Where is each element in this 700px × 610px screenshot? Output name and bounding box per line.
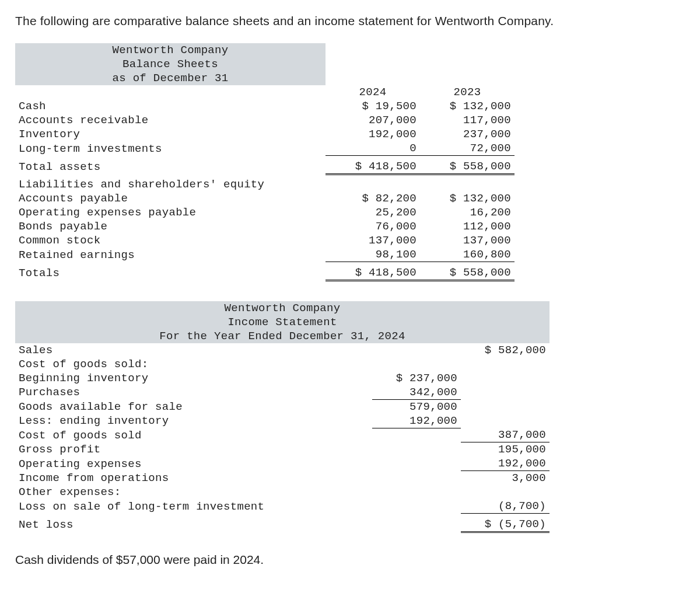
row-value-2024: 137,000: [326, 233, 420, 248]
row-label: Loss on sale of long-term investment: [15, 499, 372, 514]
row-label: Net loss: [15, 517, 372, 532]
row-label: Cost of goods sold:: [15, 357, 372, 371]
table-row: Inventory 192,000 237,000: [15, 127, 514, 141]
table-row: Net loss $ (5,700): [15, 517, 550, 532]
row-value: 387,000: [461, 428, 550, 442]
row-value-2023: 72,000: [420, 141, 514, 156]
row-value: 192,000: [461, 456, 550, 471]
bs-year-2023: 2023: [420, 85, 514, 99]
bs-year-2024: 2024: [326, 85, 420, 99]
row-value: 192,000: [372, 414, 461, 428]
row-label: Other expenses:: [15, 485, 372, 499]
row-value: 579,000: [372, 399, 461, 414]
row-value-2023: 237,000: [420, 127, 514, 141]
table-row: Less: ending inventory 192,000: [15, 414, 550, 428]
table-row: Cost of goods sold:: [15, 357, 550, 371]
row-value-2023: $ 558,000: [420, 159, 514, 175]
row-value-2023: $ 558,000: [420, 266, 514, 281]
row-label: Gross profit: [15, 442, 372, 457]
table-row: Operating expenses 192,000: [15, 456, 550, 471]
table-row: Retained earnings 98,100 160,800: [15, 248, 514, 262]
row-value-2024: $ 418,500: [326, 266, 420, 281]
table-row: Purchases 342,000: [15, 385, 550, 400]
row-value-2023: 117,000: [420, 113, 514, 127]
row-value-2023: $ 132,000: [420, 191, 514, 205]
table-row: Liabilities and shareholders' equity: [15, 177, 514, 191]
row-label: Accounts receivable: [15, 113, 326, 127]
row-value: 195,000: [461, 442, 550, 457]
table-row: Bonds payable 76,000 112,000: [15, 219, 514, 233]
income-statement-table: Wentworth Company Income Statement For t…: [15, 301, 550, 533]
table-row: Total assets $ 418,500 $ 558,000: [15, 159, 514, 175]
row-label: Accounts payable: [15, 191, 326, 205]
row-value: (8,700): [461, 499, 550, 514]
row-label: Cost of goods sold: [15, 428, 372, 442]
row-value-2023: $ 132,000: [420, 99, 514, 113]
table-row: Sales $ 582,000: [15, 343, 550, 357]
row-value: $ 582,000: [461, 343, 550, 357]
row-value-2024: $ 19,500: [326, 99, 420, 113]
table-row: Loss on sale of long-term investment (8,…: [15, 499, 550, 514]
table-row: Gross profit 195,000: [15, 442, 550, 457]
row-value: $ 237,000: [372, 371, 461, 385]
row-value: $ (5,700): [461, 517, 550, 532]
row-label: Long-term investments: [15, 141, 326, 156]
row-label: Operating expenses payable: [15, 205, 326, 219]
row-value-2024: $ 418,500: [326, 159, 420, 175]
row-value-2024: 192,000: [326, 127, 420, 141]
row-label: Bonds payable: [15, 219, 326, 233]
table-row: Income from operations 3,000: [15, 471, 550, 486]
row-value-2024: 25,200: [326, 205, 420, 219]
table-row: Operating expenses payable 25,200 16,200: [15, 205, 514, 219]
table-row: Accounts payable $ 82,200 $ 132,000: [15, 191, 514, 205]
row-label: Sales: [15, 343, 372, 357]
table-row: Cash $ 19,500 $ 132,000: [15, 99, 514, 113]
row-label: Totals: [15, 266, 326, 281]
row-value-2024: $ 82,200: [326, 191, 420, 205]
table-row: Other expenses:: [15, 485, 550, 499]
balance-sheet-table: Wentworth Company Balance Sheets as of D…: [15, 43, 514, 281]
footnote-text: Cash dividends of $57,000 were paid in 2…: [15, 553, 685, 567]
row-label: Inventory: [15, 127, 326, 141]
row-value: 3,000: [461, 471, 550, 486]
row-value-2024: 98,100: [326, 248, 420, 262]
row-label: Purchases: [15, 385, 372, 400]
table-row: Accounts receivable 207,000 117,000: [15, 113, 514, 127]
row-value-2023: 16,200: [420, 205, 514, 219]
table-row: Beginning inventory $ 237,000: [15, 371, 550, 385]
row-label: Operating expenses: [15, 456, 372, 471]
row-label: Income from operations: [15, 471, 372, 486]
row-label: Retained earnings: [15, 248, 326, 262]
row-value-2024: 207,000: [326, 113, 420, 127]
bs-title-2: Balance Sheets: [15, 57, 326, 71]
is-title-2: Income Statement: [15, 315, 550, 329]
row-label: Total assets: [15, 159, 326, 175]
bs-title-1: Wentworth Company: [15, 43, 326, 57]
row-value: 342,000: [372, 385, 461, 400]
is-title-3: For the Year Ended December 31, 2024: [15, 329, 550, 343]
row-label: Common stock: [15, 233, 326, 248]
bs-title-3: as of December 31: [15, 71, 326, 85]
row-value-2023: 112,000: [420, 219, 514, 233]
table-row: Totals $ 418,500 $ 558,000: [15, 266, 514, 281]
row-label: Liabilities and shareholders' equity: [15, 177, 326, 191]
table-row: Common stock 137,000 137,000: [15, 233, 514, 248]
row-value-2023: 137,000: [420, 233, 514, 248]
table-row: Goods available for sale 579,000: [15, 399, 550, 414]
row-value-2024: 76,000: [326, 219, 420, 233]
row-label: Cash: [15, 99, 326, 113]
row-label: Less: ending inventory: [15, 414, 372, 428]
row-value-2023: 160,800: [420, 248, 514, 262]
row-value-2024: 0: [326, 141, 420, 156]
intro-text: The following are comparative balance sh…: [15, 14, 685, 28]
is-title-1: Wentworth Company: [15, 301, 550, 315]
row-label: Beginning inventory: [15, 371, 372, 385]
table-row: Cost of goods sold 387,000: [15, 428, 550, 442]
table-row: Long-term investments 0 72,000: [15, 141, 514, 156]
row-label: Goods available for sale: [15, 399, 372, 414]
